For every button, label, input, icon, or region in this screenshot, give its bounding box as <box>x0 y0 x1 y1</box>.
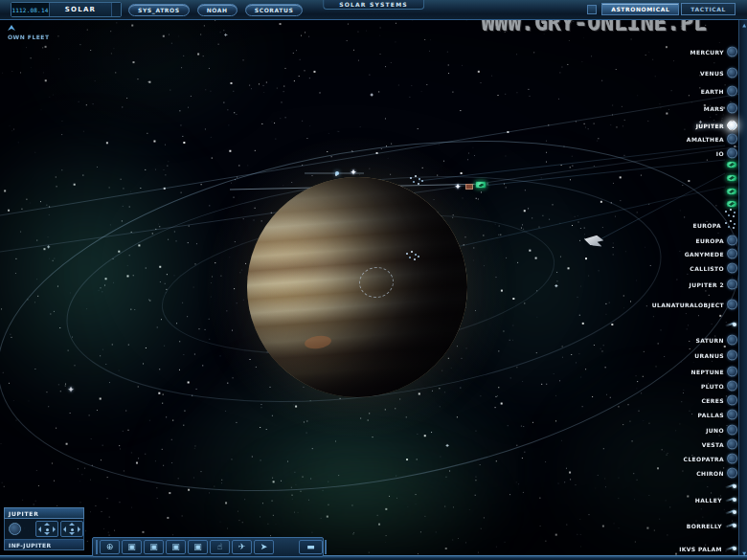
sidebar-item-ulanaturalobject[interactable]: ULANATURALOBJECT <box>652 300 737 310</box>
sidebar-item-juno[interactable]: JUNO <box>706 425 737 436</box>
panel-footer: INF-JUPITER <box>4 540 84 550</box>
tab-astronomical[interactable]: ASTRONOMICAL <box>601 3 679 15</box>
fleet-icon <box>726 174 737 182</box>
toolbar-buttons: ⊕▣▣▣▣☝✈➤▬ <box>100 540 323 554</box>
sidebar-item-jupiter[interactable]: JUPITER <box>696 121 737 131</box>
system-button-scoratus[interactable]: SCORATUS <box>245 4 304 16</box>
sidebar-item-label: SATURN <box>695 337 724 344</box>
sidebar-item-fleet[interactable] <box>726 188 737 195</box>
tab-tactical[interactable]: TACTICAL <box>681 3 736 15</box>
sidebar-item-vesta[interactable]: VESTA <box>702 439 737 450</box>
station-group-icon <box>724 219 737 231</box>
sidebar-item-europa[interactable]: EUROPA <box>695 235 737 246</box>
ship-wing-button[interactable]: ➤ <box>254 540 274 554</box>
sidebar-item-io[interactable]: IO <box>716 148 737 159</box>
sidebar-item-callisto[interactable]: CALLISTO <box>690 263 737 274</box>
sidebar-item-neptune[interactable]: NEPTUNE <box>691 367 737 377</box>
sidebar-item-label: AMALTHEA <box>687 136 724 143</box>
sidebar-item-amalthea[interactable]: AMALTHEA <box>687 134 737 145</box>
solar-tab-group: 1112.08.14 SOLAR <box>11 2 122 17</box>
crosshair-icon: ⊕ <box>106 542 114 551</box>
selected-object-panel: JUPITER INF-JUPITER <box>4 507 84 550</box>
viewport-button[interactable]: ▣ <box>122 540 142 554</box>
ship-marker[interactable] <box>583 232 605 248</box>
planet-icon <box>727 134 737 145</box>
planet-icon <box>727 300 737 310</box>
pan-dpad[interactable] <box>60 521 83 537</box>
sidebar-item-label: EUROPA <box>695 237 724 244</box>
star-marker[interactable]: ✦ <box>67 386 75 394</box>
toolbar-grip[interactable] <box>96 540 98 554</box>
system-button-sys-atros[interactable]: SYS_ATROS <box>128 4 190 16</box>
hand-button[interactable]: ☝ <box>210 540 230 554</box>
planet-icon <box>727 395 737 406</box>
sidebar-item-saturn[interactable]: SATURN <box>695 335 737 346</box>
dot-marker[interactable] <box>335 171 339 175</box>
sidebar-item-venus[interactable]: VENUS <box>700 68 737 78</box>
sidebar-item-comet[interactable] <box>725 321 737 328</box>
sidebar-item-label: IKVS PALAM <box>679 546 722 552</box>
camera-dpad[interactable] <box>35 521 58 537</box>
own-fleet-label: OWN FLEET <box>8 34 50 40</box>
viewport-button[interactable]: ▣ <box>188 540 208 554</box>
sidebar-item-ikvs-palam[interactable]: IKVS PALAM <box>679 545 737 552</box>
planet-icon <box>727 103 737 114</box>
sidebar-item-cluster[interactable] <box>724 208 737 219</box>
toolbar-grip[interactable] <box>325 540 327 554</box>
sidebar-item-europa[interactable]: EUROPA <box>692 219 737 231</box>
planet-icon <box>727 68 737 78</box>
viewport-icon: ▣ <box>193 542 202 551</box>
module-marker[interactable] <box>465 184 473 190</box>
cluster-marker[interactable] <box>408 174 421 186</box>
sidebar-item-label: IO <box>716 150 724 157</box>
sidebar-item-label: JUPITER 2 <box>690 281 724 288</box>
fleet-marker[interactable] <box>475 181 487 190</box>
sidebar-item-uranus[interactable]: URANUS <box>694 350 737 361</box>
own-fleet-entry[interactable]: OWN FLEET <box>8 25 50 40</box>
sidebar-item-borrelly[interactable]: BORRELLY <box>687 522 737 529</box>
sidebar-item-pallas[interactable]: PALLAS <box>697 410 737 420</box>
minimize-button[interactable]: ▬ <box>299 540 323 554</box>
tab-solar[interactable]: SOLAR <box>50 3 111 16</box>
sidebar-item-comet[interactable] <box>725 482 737 490</box>
sidebar-item-mercury[interactable]: MERCURY <box>690 47 737 57</box>
crosshair-button[interactable]: ⊕ <box>100 540 120 554</box>
sidebar-item-label: NEPTUNE <box>691 369 724 375</box>
planet-icon <box>727 454 737 464</box>
ship-icon: ✈ <box>238 542 246 551</box>
view-toggle-button[interactable] <box>587 5 597 14</box>
viewport-button[interactable]: ▣ <box>166 540 186 554</box>
cluster-marker[interactable] <box>404 250 418 261</box>
sidebar-item-jupiter-2[interactable]: JUPITER 2 <box>690 280 737 290</box>
star-marker[interactable]: ✦ <box>454 183 462 191</box>
planet-icon <box>727 367 737 377</box>
sidebar-item-fleet[interactable] <box>726 174 737 182</box>
sidebar-item-fleet[interactable] <box>726 161 737 168</box>
sidebar-item-halley[interactable]: HALLEY <box>695 496 737 504</box>
sidebar-item-pluto[interactable]: PLUTO <box>701 381 737 392</box>
system-button-noah[interactable]: NOAH <box>197 4 238 16</box>
game-screen: ✦✦✦ WWW.GRY-ONLINE.PL 1112.08.14 SOLAR S… <box>0 0 747 560</box>
sidebar-item-label: PALLAS <box>697 412 724 418</box>
sidebar-item-earth[interactable]: EARTH <box>701 86 737 97</box>
star-marker[interactable]: ✦ <box>350 168 357 177</box>
viewport-button[interactable]: ▣ <box>144 540 164 554</box>
sidebar-item-ceres[interactable]: CERES <box>701 395 737 406</box>
planet-icon <box>727 410 737 420</box>
selection-marker <box>357 265 396 301</box>
sidebar-item-mars[interactable]: MARS <box>704 103 737 114</box>
sidebar-item-label: CERES <box>701 397 724 404</box>
sidebar-item-label: JUNO <box>706 427 724 434</box>
sidebar-item-fleet[interactable] <box>726 200 737 208</box>
minimize-icon: ▬ <box>306 542 315 551</box>
sidebar-item-cleopatra[interactable]: CLEOPATRA <box>684 454 737 464</box>
tab-group-button[interactable] <box>111 3 121 16</box>
sidebar-item-ganymede[interactable]: GANYMEDE <box>685 249 737 259</box>
sidebar-item-chiron[interactable]: CHIRON <box>696 468 737 479</box>
bottom-toolbar: ⊕▣▣▣▣☝✈➤▬ <box>92 537 324 557</box>
comet-icon <box>725 522 737 529</box>
ship-button[interactable]: ✈ <box>232 540 252 554</box>
planet-icon <box>727 235 737 246</box>
celestial-object-list: MERCURYVENUSEARTHMARSJUPITERAMALTHEAIOEU… <box>622 20 747 560</box>
sidebar-item-comet[interactable] <box>725 508 737 516</box>
